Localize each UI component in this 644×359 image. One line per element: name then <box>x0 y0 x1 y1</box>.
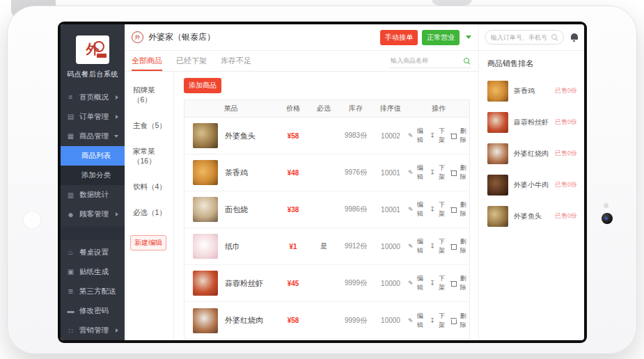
sidebar-item-third-party-delivery[interactable]: ≣ 第三方配送 <box>61 282 125 301</box>
dish-sort-value: 10002 <box>373 132 408 140</box>
edit-icon: ✎ <box>408 206 414 213</box>
off-shelf-button[interactable]: ↧下架 <box>430 163 448 182</box>
trash-icon <box>451 207 456 212</box>
delete-button[interactable]: 删除 <box>451 127 469 145</box>
dish-stock: 9983份 <box>338 131 373 141</box>
sidebar-item-customer-management[interactable]: ☻ 顾客管理 <box>61 205 125 224</box>
brand-seal-icon <box>93 41 104 52</box>
sidebar-item-order-management[interactable]: ▤ 订单管理 <box>61 107 125 127</box>
col-stock: 库存 <box>338 104 373 113</box>
delete-button[interactable]: 删除 <box>451 312 469 330</box>
col-price: 价格 <box>277 104 309 113</box>
dish-price: ¥58 <box>277 132 309 140</box>
dish-name: 外婆鱼头 <box>225 131 256 141</box>
table-row: 外婆红烧肉 ¥58 9999份 10000 ✎编辑 ↧下架 <box>184 302 469 339</box>
product-section: 全部商品 已经下架 库存不足 招牌菜（6） <box>125 51 478 340</box>
delete-button[interactable]: 删除 <box>451 237 469 255</box>
dish-sort-value: 10001 <box>373 206 408 214</box>
dish-photo <box>487 112 508 133</box>
header-left: 外 外婆家（银泰店） 手动接单 正常营业 <box>125 24 478 50</box>
tab-all-products[interactable]: 全部商品 <box>132 51 162 71</box>
table-row: 蒜蓉粉丝虾 ¥45 9999份 10000 ✎编辑 ↧下架 <box>184 265 469 302</box>
password-icon: ▬ <box>67 307 74 314</box>
marketing-icon: ∷ <box>67 327 74 335</box>
delivery-icon: ≣ <box>67 287 74 295</box>
tab-low-stock[interactable]: 库存不足 <box>221 51 251 71</box>
ranking-dish-name: 蒜蓉粉丝虾 <box>514 118 549 127</box>
sidebar-item-add-category[interactable]: 添加分类 <box>61 166 125 185</box>
ranking-title: 商品销售排名 <box>487 58 577 69</box>
search-icon[interactable] <box>464 58 470 64</box>
table-header-row: 菜品 价格 必选 库存 排序值 操作 <box>184 100 469 118</box>
sidebar-item-label: 商品管理 <box>79 131 109 141</box>
dish-stock: 9999份 <box>338 316 373 326</box>
background-fragment <box>432 0 472 6</box>
dish-price: ¥1 <box>277 243 309 250</box>
off-shelf-icon: ↧ <box>430 317 435 324</box>
add-product-button[interactable]: 添加商品 <box>184 78 221 93</box>
off-shelf-button[interactable]: ↧下架 <box>430 237 448 255</box>
edit-button[interactable]: ✎编辑 <box>408 163 426 182</box>
dish-sort-value: 10000 <box>373 317 408 324</box>
edit-button[interactable]: ✎编辑 <box>408 200 426 218</box>
new-category-button[interactable]: 新建编辑 <box>130 235 166 250</box>
edit-button[interactable]: ✎编辑 <box>408 274 426 292</box>
sidebar-item-table-settings[interactable]: ♨ 餐桌设置 <box>61 243 125 262</box>
home-button[interactable] <box>23 211 41 229</box>
notification-bell-icon[interactable] <box>570 33 579 42</box>
category-item-drinks[interactable]: 饮料（4） <box>133 182 173 192</box>
screen: 外 码点餐后台系统 ≡ 首页概况 ▤ 订单管理 <box>58 22 587 343</box>
off-shelf-button[interactable]: ↧下架 <box>430 274 448 292</box>
order-search-box[interactable] <box>485 30 564 45</box>
off-shelf-button[interactable]: ↧下架 <box>430 127 448 145</box>
product-search-input[interactable] <box>391 57 460 64</box>
dish-stock: 9986份 <box>338 205 373 214</box>
category-item-staple[interactable]: 主食（5） <box>133 121 173 131</box>
sidebar-item-label: 订单管理 <box>79 112 109 122</box>
dish-photo <box>193 308 218 333</box>
edit-button[interactable]: ✎编辑 <box>408 237 426 255</box>
delete-button[interactable]: 删除 <box>451 163 469 182</box>
content-row: 招牌菜（6） 主食（5） 家常菜（16） 饮料（4） 必选（1） 新建编辑 添加… <box>125 72 478 340</box>
edit-icon: ✎ <box>408 132 414 139</box>
category-item-signature[interactable]: 招牌菜（6） <box>133 86 173 105</box>
dish-photo <box>193 123 218 148</box>
order-search-input[interactable] <box>491 34 551 41</box>
edit-button[interactable]: ✎编辑 <box>408 127 426 145</box>
orders-icon: ▤ <box>67 113 74 120</box>
dish-name: 面包烧 <box>225 205 248 215</box>
table-row: 面包烧 ¥38 9986份 10001 ✎编辑 ↧下架 <box>184 191 469 228</box>
business-status-button[interactable]: 正常营业 <box>422 30 460 45</box>
category-item-required[interactable]: 必选（1） <box>133 208 173 218</box>
sidebar-item-product-management[interactable]: ▦ 商品管理 <box>61 127 125 146</box>
sidebar-item-data-statistics[interactable]: ▥ 数据统计 <box>61 185 125 205</box>
delete-button[interactable]: 删除 <box>451 274 469 292</box>
off-shelf-button[interactable]: ↧下架 <box>430 200 448 218</box>
search-icon[interactable] <box>551 34 558 40</box>
sidebar-item-product-list[interactable]: 商品列表 <box>61 146 125 166</box>
tab-off-shelf[interactable]: 已经下架 <box>176 51 207 71</box>
chevron-down-icon[interactable] <box>466 35 471 39</box>
sidebar-item-change-password[interactable]: ▬ 修改密码 <box>61 301 125 321</box>
edit-button[interactable]: ✎编辑 <box>408 312 426 330</box>
product-search-box[interactable] <box>389 54 471 68</box>
tabs-row: 全部商品 已经下架 库存不足 <box>125 51 478 72</box>
edit-icon: ✎ <box>408 243 414 250</box>
product-table: 菜品 价格 必选 库存 排序值 操作 <box>184 99 470 340</box>
ranking-item: 外婆红烧肉 已售0份 <box>487 138 577 169</box>
sidebar-item-home-overview[interactable]: ≡ 首页概况 <box>61 88 125 107</box>
delete-button[interactable]: 删除 <box>451 200 469 218</box>
dish-sort-value: 10000 <box>373 243 408 250</box>
off-shelf-button[interactable]: ↧下架 <box>430 312 448 330</box>
sidebar-item-sticker-generation[interactable]: ▣ 贴纸生成 <box>61 262 125 282</box>
manual-accept-order-button[interactable]: 手动接单 <box>380 30 418 45</box>
category-list: 招牌菜（6） 主食（5） 家常菜（16） 饮料（4） 必选（1） 新建编辑 <box>125 72 174 340</box>
category-item-homestyle[interactable]: 家常菜（16） <box>133 147 173 166</box>
sidebar-item-marketing-management[interactable]: ∷ 营销管理 <box>61 321 125 340</box>
col-sort: 排序值 <box>373 104 408 113</box>
dish-photo <box>193 160 218 185</box>
dish-price: ¥48 <box>277 169 309 177</box>
chevron-down-icon <box>114 135 118 138</box>
dish-photo <box>193 234 218 259</box>
off-shelf-icon: ↧ <box>430 132 435 139</box>
